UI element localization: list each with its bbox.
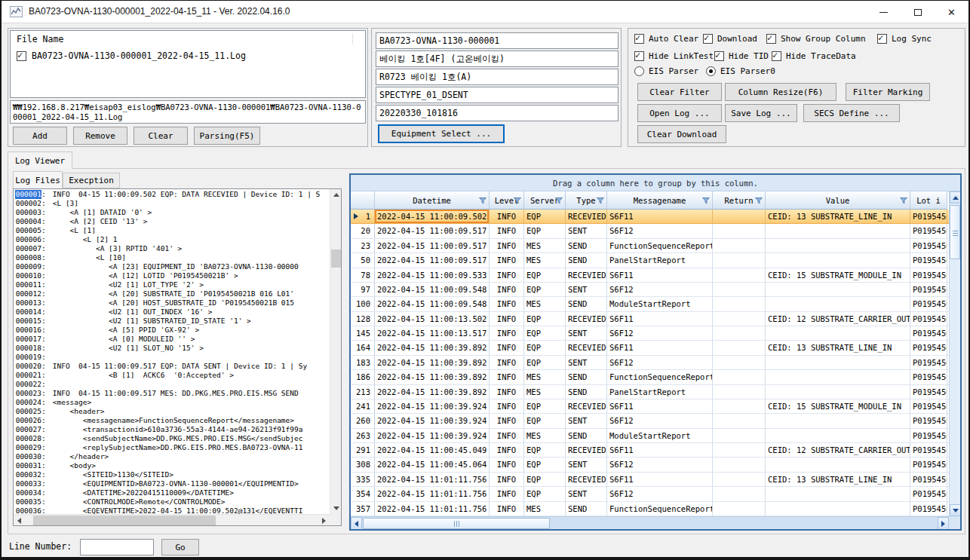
checkbox-hide-tid[interactable]: Hide TID xyxy=(714,51,769,61)
scroll-right-button[interactable] xyxy=(318,515,330,526)
log-line[interactable]: 000022: xyxy=(15,380,330,389)
cell-value[interactable] xyxy=(766,356,910,369)
cell-value[interactable]: CEID: 13 SUBSTRATE_LINE_IN xyxy=(766,210,910,223)
grid-horizontal-scrollbar[interactable] xyxy=(351,516,949,529)
cell-level[interactable]: INFO xyxy=(490,239,524,252)
line-number-input[interactable] xyxy=(80,539,154,555)
cell-datetime[interactable]: 2022-04-15 11:00:39.924 xyxy=(375,414,490,427)
tab-exception[interactable]: Execption xyxy=(63,173,120,188)
cell-type[interactable]: SENT xyxy=(566,414,607,427)
cell-server[interactable]: EQP xyxy=(524,473,566,486)
cell-rownum[interactable]: 164 xyxy=(351,341,375,354)
cell-server[interactable]: EQP xyxy=(524,341,566,354)
radio-eis-parser[interactable]: EIS Parser xyxy=(634,66,698,76)
cell-value[interactable] xyxy=(766,326,910,340)
table-row[interactable]: 972022-04-15 11:00:09.548INFOEQPSENTS6F1… xyxy=(351,283,949,297)
cell-return[interactable] xyxy=(713,414,766,427)
equipment-id-field[interactable]: BA0723-OVNA-1130-000001 xyxy=(376,32,619,49)
filter-funnel-icon[interactable] xyxy=(514,197,521,204)
log-line[interactable]: 000029: <replySubjectName>DD.PKG.EIS.PRO… xyxy=(15,443,330,452)
cell-messagename[interactable]: PanelStartReport xyxy=(607,253,713,267)
cell-datetime[interactable]: 2022-04-15 11:00:39.892 xyxy=(375,385,490,399)
scroll-right-button[interactable] xyxy=(938,517,949,530)
cell-type[interactable]: RECEVIED xyxy=(566,443,607,457)
cell-return[interactable] xyxy=(713,385,766,399)
cell-messagename[interactable]: S6F12 xyxy=(607,487,713,500)
cell-rownum[interactable]: 50 xyxy=(351,253,375,267)
column-header-return[interactable]: Return xyxy=(713,191,766,210)
cell-lot-i[interactable]: P0195450021B xyxy=(910,414,947,427)
cell-messagename[interactable]: S6F11 xyxy=(607,443,713,457)
cell-type[interactable]: SEND xyxy=(566,429,607,442)
cell-messagename[interactable]: S6F12 xyxy=(607,326,713,340)
cell-lot-i[interactable]: P0195450021B xyxy=(910,268,947,282)
cell-datetime[interactable]: 2022-04-15 11:00:39.892 xyxy=(375,341,490,354)
log-line[interactable]: 000034: <DATETIME>20220415110009</DATETI… xyxy=(15,488,330,497)
cell-messagename[interactable]: S6F12 xyxy=(607,356,713,369)
cell-server[interactable]: EQP xyxy=(524,312,566,326)
cell-messagename[interactable]: FunctionSequenceReport xyxy=(607,239,713,252)
cell-lot-i[interactable]: P0195450021B xyxy=(910,370,947,384)
cell-lot-i[interactable]: P0195450021B xyxy=(910,239,947,252)
cell-server[interactable]: EQP xyxy=(524,283,566,296)
cell-return[interactable] xyxy=(713,341,766,354)
table-row[interactable]: 1832022-04-15 11:00:39.892INFOEQPSENTS6F… xyxy=(351,356,949,370)
cell-value[interactable] xyxy=(766,385,910,399)
cell-messagename[interactable]: S6F12 xyxy=(607,283,713,296)
cell-value[interactable] xyxy=(766,370,910,384)
cell-type[interactable]: RECEVIED xyxy=(566,399,607,413)
log-line[interactable]: 000008: <L [10] xyxy=(15,253,330,262)
log-line[interactable]: 000018: <U2 [1] SLOT_NO '15' > xyxy=(15,344,330,353)
log-line[interactable]: 000036: <EQEVENTTIME>2022-04-15 11:00:09… xyxy=(15,506,330,514)
grid-vertical-scrollbar[interactable] xyxy=(949,191,960,516)
cell-lot-i[interactable]: P0195450021B xyxy=(910,399,947,413)
cell-lot-i[interactable]: P0195450021B xyxy=(910,297,947,311)
table-row[interactable]: 2602022-04-15 11:00:39.924INFOEQPSENTS6F… xyxy=(351,414,949,428)
cell-return[interactable] xyxy=(713,326,766,340)
cell-level[interactable]: INFO xyxy=(490,429,524,442)
clear-download-button[interactable]: Clear Download xyxy=(637,125,726,143)
cell-value[interactable] xyxy=(766,502,910,516)
cell-server[interactable]: MES xyxy=(524,239,566,252)
cell-value[interactable]: CEID: 12 SUBSTRATE_CARRIER_OUT xyxy=(766,443,910,457)
table-row[interactable]: 782022-04-15 11:00:09.533INFOEQPRECEVIED… xyxy=(351,268,949,283)
filter-funnel-icon[interactable] xyxy=(900,197,907,204)
file-list[interactable]: File Name BA0723-OVNA-1130-000001_2022-0… xyxy=(10,30,366,98)
cell-level[interactable]: INFO xyxy=(490,224,524,237)
cell-value[interactable] xyxy=(766,283,910,296)
scroll-thumb[interactable] xyxy=(331,249,341,268)
cell-rownum[interactable]: 145 xyxy=(351,326,375,340)
save-log-button[interactable]: Save Log ... xyxy=(725,104,797,122)
cell-server[interactable]: EQP xyxy=(524,356,566,369)
table-row[interactable]: 502022-04-15 11:00:09.517INFOMESSENDPane… xyxy=(351,253,949,268)
cell-return[interactable] xyxy=(713,312,766,326)
cell-type[interactable]: SENT xyxy=(566,487,607,500)
cell-server[interactable]: EQP xyxy=(524,457,566,471)
remove-button[interactable]: Remove xyxy=(73,127,127,145)
cell-messagename[interactable]: ModuleStartReport xyxy=(607,297,713,311)
cell-level[interactable]: INFO xyxy=(490,457,524,471)
table-row[interactable]: 3572022-04-15 11:01:11.756INFOMESSENDFun… xyxy=(351,502,949,516)
cell-datetime[interactable]: 2022-04-15 11:00:09.548 xyxy=(375,297,490,311)
cell-datetime[interactable]: 2022-04-15 11:00:13.502 xyxy=(375,312,490,326)
scroll-thumb[interactable] xyxy=(33,516,216,525)
cell-server[interactable]: MES xyxy=(524,502,566,516)
log-line[interactable]: 000030: </header> xyxy=(15,452,330,461)
cell-datetime[interactable]: 2022-04-15 11:00:09.533 xyxy=(375,268,490,282)
cell-return[interactable] xyxy=(713,473,766,486)
cell-type[interactable]: SEND xyxy=(566,370,607,384)
cell-level[interactable]: INFO xyxy=(490,473,524,486)
checkbox-show-group-column[interactable]: Show Group Column xyxy=(766,34,866,44)
cell-value[interactable] xyxy=(766,487,910,500)
maximize-button[interactable] xyxy=(901,1,935,23)
cell-datetime[interactable]: 2022-04-15 11:00:39.892 xyxy=(375,356,490,369)
log-line[interactable]: 000012: <A [20] SUBSTRATE_ID 'P019545002… xyxy=(15,289,330,298)
minimize-button[interactable] xyxy=(867,1,901,23)
column-header-level[interactable]: Level xyxy=(490,191,524,210)
cell-datetime[interactable]: 2022-04-15 11:00:09.517 xyxy=(375,253,490,267)
table-row[interactable]: 1002022-04-15 11:00:09.548INFOMESSENDMod… xyxy=(351,297,949,311)
cell-messagename[interactable]: S6F11 xyxy=(607,210,713,223)
cell-rownum[interactable]: 97 xyxy=(351,283,375,296)
cell-lot-i[interactable]: P0195450021B xyxy=(910,341,947,354)
log-line[interactable]: 000027: <transactionid>610a3736-55a3-414… xyxy=(15,425,330,434)
